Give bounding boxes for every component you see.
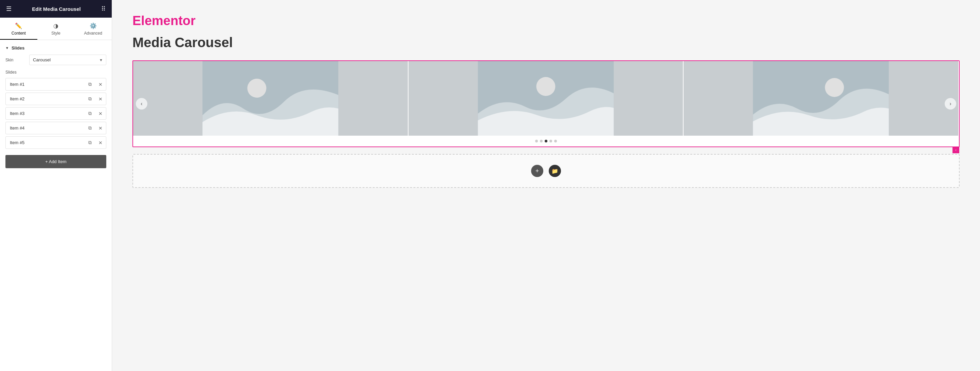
carousel-slides xyxy=(133,61,959,136)
carousel-prev-button[interactable]: ‹ xyxy=(136,98,147,109)
slide-2-svg xyxy=(409,61,683,136)
skin-select-wrapper: Carousel Slideshow Coverflow ▼ xyxy=(29,55,106,65)
slide-item-5: Item #5 ⧉ ✕ xyxy=(5,136,106,149)
slide-item-2-delete[interactable]: ✕ xyxy=(95,94,106,105)
slide-item-5-actions: ⧉ ✕ xyxy=(85,137,106,148)
skin-field-row: Skin Carousel Slideshow Coverflow ▼ xyxy=(0,55,112,70)
slide-item-4-actions: ⧉ ✕ xyxy=(85,122,106,134)
slide-item-1-label[interactable]: Item #1 xyxy=(6,78,85,90)
slide-item-1-delete[interactable]: ✕ xyxy=(95,79,106,90)
slide-item-2-label[interactable]: Item #2 xyxy=(6,93,85,105)
sidebar-header: ☰ Edit Media Carousel ⠿ xyxy=(0,0,112,17)
carousel-dot-1[interactable] xyxy=(535,140,538,143)
content-tab-icon: ✏️ xyxy=(15,22,22,30)
tabs-bar: ✏️ Content ◑ Style ⚙️ Advanced xyxy=(0,17,112,40)
slide-item-3-delete[interactable]: ✕ xyxy=(95,108,106,119)
add-section-plus-button[interactable]: + xyxy=(531,165,543,177)
svg-point-5 xyxy=(825,78,844,97)
slide-item-4-delete[interactable]: ✕ xyxy=(95,123,106,134)
main-content: Elementor Media Carousel xyxy=(112,0,980,371)
slide-item-1: Item #1 ⧉ ✕ xyxy=(5,78,106,90)
slide-items-list: Item #1 ⧉ ✕ Item #2 ⧉ ✕ Item #3 ⧉ ✕ xyxy=(0,78,112,149)
brand-logo: Elementor xyxy=(132,14,959,28)
style-tab-icon: ◑ xyxy=(53,22,59,30)
sidebar: ☰ Edit Media Carousel ⠿ ✏️ Content ◑ Sty… xyxy=(0,0,112,371)
svg-point-1 xyxy=(247,79,266,98)
carousel-slide-2-image xyxy=(409,61,683,136)
slide-item-3-label[interactable]: Item #3 xyxy=(6,108,85,119)
carousel-dot-4[interactable] xyxy=(549,140,552,143)
carousel-slide-1 xyxy=(133,61,408,136)
page-title: Media Carousel xyxy=(132,35,959,50)
slide-item-5-duplicate[interactable]: ⧉ xyxy=(85,137,95,148)
slide-item-2-duplicate[interactable]: ⧉ xyxy=(85,93,95,105)
carousel-dots xyxy=(133,136,959,146)
carousel-slide-3-image xyxy=(684,61,958,136)
slide-item-4-duplicate[interactable]: ⧉ xyxy=(85,122,95,134)
svg-point-3 xyxy=(536,77,555,96)
carousel-slide-1-image xyxy=(133,61,408,136)
slides-section-label: Slides xyxy=(11,46,24,51)
carousel-next-button[interactable]: › xyxy=(945,98,956,109)
slide-item-1-actions: ⧉ ✕ xyxy=(85,79,106,90)
carousel-dot-5[interactable] xyxy=(554,140,557,143)
slide-1-svg xyxy=(133,61,408,136)
slide-item-4-label[interactable]: Item #4 xyxy=(6,122,85,134)
slides-section-header[interactable]: ▼ Slides xyxy=(0,46,112,55)
menu-icon[interactable]: ☰ xyxy=(6,5,11,13)
carousel-slide-2 xyxy=(409,61,683,136)
slide-item-3-duplicate[interactable]: ⧉ xyxy=(85,108,95,119)
style-tab-label: Style xyxy=(51,31,60,36)
slide-item-3: Item #3 ⧉ ✕ xyxy=(5,107,106,120)
carousel-dot-2[interactable] xyxy=(540,140,542,143)
tab-content[interactable]: ✏️ Content xyxy=(0,17,37,40)
slide-item-4: Item #4 ⧉ ✕ xyxy=(5,122,106,134)
slide-item-1-duplicate[interactable]: ⧉ xyxy=(85,79,95,90)
sidebar-content: ▼ Slides Skin Carousel Slideshow Coverfl… xyxy=(0,40,112,371)
add-item-button[interactable]: + Add Item xyxy=(5,155,106,168)
tab-style[interactable]: ◑ Style xyxy=(37,17,75,40)
tab-advanced[interactable]: ⚙️ Advanced xyxy=(74,17,112,40)
skin-select[interactable]: Carousel Slideshow Coverflow xyxy=(29,55,106,65)
skin-label: Skin xyxy=(5,58,26,62)
slide-item-2-actions: ⧉ ✕ xyxy=(85,93,106,105)
add-section-folder-button[interactable]: 📁 xyxy=(549,165,561,177)
section-collapse-arrow: ▼ xyxy=(5,46,9,50)
slide-item-3-actions: ⧉ ✕ xyxy=(85,108,106,119)
slide-item-5-label[interactable]: Item #5 xyxy=(6,137,85,149)
slides-list-label: Slides xyxy=(0,70,112,78)
advanced-tab-icon: ⚙️ xyxy=(90,22,97,30)
collapse-handle[interactable]: ‹ xyxy=(953,146,959,153)
grid-icon[interactable]: ⠿ xyxy=(101,5,106,13)
carousel-slide-3 xyxy=(684,61,958,136)
carousel-widget: ‹ › ‹ xyxy=(132,60,959,147)
slide-3-svg xyxy=(684,61,958,136)
content-tab-label: Content xyxy=(11,31,26,36)
advanced-tab-label: Advanced xyxy=(84,31,102,36)
carousel-dot-3[interactable] xyxy=(545,140,547,143)
slide-item-2: Item #2 ⧉ ✕ xyxy=(5,93,106,105)
slide-item-5-delete[interactable]: ✕ xyxy=(95,137,106,148)
sidebar-title: Edit Media Carousel xyxy=(32,6,81,12)
add-section: + 📁 xyxy=(132,154,959,188)
